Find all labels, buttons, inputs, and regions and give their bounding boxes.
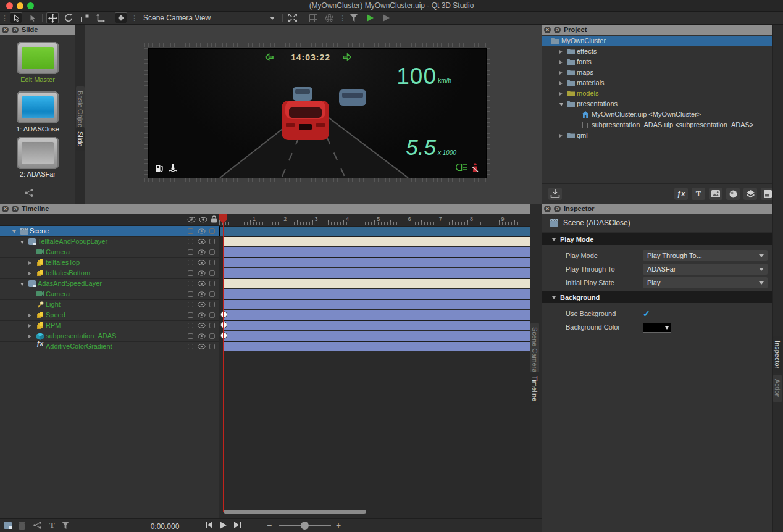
timeline-row[interactable]: Light bbox=[0, 299, 219, 310]
caret-down-icon[interactable] bbox=[559, 103, 563, 106]
select-tool-icon[interactable] bbox=[10, 12, 22, 23]
camera-view-dropdown[interactable]: Scene Camera View bbox=[140, 14, 278, 22]
timeline-row[interactable]: telltalesBottom bbox=[0, 268, 219, 279]
caret-right-icon[interactable] bbox=[559, 60, 563, 64]
lock-toggle-icon[interactable] bbox=[209, 281, 215, 286]
toolbar-grip-icon[interactable]: ⋮ bbox=[1, 14, 6, 22]
caret-down-icon[interactable] bbox=[20, 283, 24, 286]
slide-component-icon[interactable] bbox=[25, 189, 33, 198]
cluster-scene[interactable]: 14:03:22 100 km/h 5.5 x 1000 bbox=[148, 48, 487, 178]
caret-right-icon[interactable] bbox=[559, 92, 563, 96]
close-panel-icon[interactable]: ✕ bbox=[2, 206, 9, 212]
tab-inspector[interactable]: Inspector bbox=[773, 336, 782, 373]
shy-toggle-icon[interactable] bbox=[187, 217, 196, 224]
shy-toggle-icon[interactable] bbox=[188, 239, 193, 244]
caret-right-icon[interactable] bbox=[559, 50, 563, 54]
timeline-row[interactable]: Scene bbox=[0, 226, 219, 237]
visibility-toggle-icon[interactable] bbox=[198, 228, 206, 234]
slide-thumbnail[interactable] bbox=[17, 42, 59, 74]
keyframe-marker[interactable] bbox=[220, 332, 227, 339]
visibility-toggle-icon[interactable] bbox=[198, 333, 206, 339]
project-tree-item[interactable]: subpresentation_ADAS.uip <subpresentatio… bbox=[542, 120, 773, 130]
visibility-toggle-icon[interactable] bbox=[198, 249, 206, 255]
play-icon[interactable] bbox=[220, 522, 227, 529]
timeline-track-bar[interactable] bbox=[224, 247, 530, 257]
visibility-toggle-icon[interactable] bbox=[198, 281, 206, 286]
property-dropdown[interactable]: Play Through To... bbox=[643, 250, 768, 261]
lock-toggle-icon[interactable] bbox=[209, 333, 215, 339]
preview-play-icon[interactable] bbox=[364, 12, 376, 23]
caret-right-icon[interactable] bbox=[28, 335, 31, 338]
timeline-row[interactable]: TelltaleAndPopupLayer bbox=[0, 236, 219, 247]
slide-thumbnail[interactable] bbox=[17, 91, 59, 123]
make-component-icon[interactable] bbox=[33, 522, 41, 529]
shy-toggle-icon[interactable] bbox=[188, 228, 193, 234]
lock-toggle-icon[interactable] bbox=[209, 270, 215, 276]
caret-down-icon[interactable] bbox=[552, 296, 556, 299]
lock-toggle-icon[interactable] bbox=[209, 239, 215, 244]
tab-scene-camera[interactable]: Scene Camera bbox=[530, 323, 539, 376]
timeline-track-bar[interactable] bbox=[224, 299, 530, 309]
add-text-icon[interactable]: T bbox=[692, 188, 705, 200]
timeline-track-bar[interactable] bbox=[224, 278, 530, 288]
project-tree-item[interactable]: effects bbox=[542, 46, 773, 57]
project-tree-item[interactable]: qml bbox=[542, 130, 773, 141]
timeline-horizontal-scrollbar[interactable] bbox=[224, 510, 366, 514]
visibility-toggle-icon[interactable] bbox=[198, 239, 206, 244]
remote-preview-icon[interactable] bbox=[380, 12, 392, 23]
shading-mode-icon[interactable] bbox=[323, 12, 335, 23]
section-header-background[interactable]: Background bbox=[542, 291, 773, 303]
scene-viewport[interactable]: 14:03:22 100 km/h 5.5 x 1000 bbox=[85, 25, 542, 204]
timeline-row[interactable]: Camera bbox=[0, 289, 219, 300]
timeline-track-bar[interactable] bbox=[224, 257, 530, 267]
timeline-row[interactable]: AdasAndSpeedLayer bbox=[0, 278, 219, 289]
visibility-toggle-icon[interactable] bbox=[198, 323, 206, 328]
close-panel-icon[interactable]: ✕ bbox=[2, 27, 9, 33]
timeline-track-bar[interactable] bbox=[224, 341, 530, 351]
shy-toggle-icon[interactable] bbox=[188, 260, 193, 265]
zoom-in-icon[interactable]: + bbox=[336, 520, 341, 530]
visibility-toggle-icon[interactable] bbox=[198, 270, 206, 276]
section-header-play-mode[interactable]: Play Mode bbox=[542, 233, 773, 245]
shy-toggle-icon[interactable] bbox=[188, 344, 193, 349]
shy-toggle-icon[interactable] bbox=[188, 249, 193, 255]
property-dropdown[interactable]: Play bbox=[643, 277, 768, 288]
caret-right-icon[interactable] bbox=[559, 81, 563, 85]
project-tree-item[interactable]: MyOwnCluster bbox=[542, 36, 773, 46]
caret-down-icon[interactable] bbox=[552, 238, 556, 241]
keyframe-marker[interactable] bbox=[220, 311, 227, 318]
group-select-tool-icon[interactable] bbox=[26, 12, 38, 23]
filter-icon[interactable] bbox=[62, 522, 69, 529]
shy-toggle-icon[interactable] bbox=[188, 333, 193, 339]
caret-right-icon[interactable] bbox=[559, 71, 563, 75]
helper-grid-icon[interactable] bbox=[307, 12, 319, 23]
visibility-toggle-icon[interactable] bbox=[199, 217, 207, 224]
zoom-out-icon[interactable]: − bbox=[267, 520, 272, 530]
timeline-track-area[interactable] bbox=[219, 225, 530, 518]
timeline-track-bar[interactable] bbox=[224, 236, 530, 246]
shy-toggle-icon[interactable] bbox=[188, 291, 193, 297]
visibility-toggle-icon[interactable] bbox=[198, 291, 206, 297]
filter-variants-icon[interactable] bbox=[348, 12, 360, 23]
scale-tool-icon[interactable] bbox=[78, 12, 91, 23]
caret-down-icon[interactable] bbox=[20, 241, 24, 244]
go-to-start-icon[interactable] bbox=[206, 522, 212, 528]
global-local-axis-icon[interactable] bbox=[94, 12, 107, 23]
edit-text-icon[interactable]: T bbox=[49, 521, 55, 530]
fit-selected-icon[interactable] bbox=[287, 12, 299, 23]
timeline-track-bar[interactable] bbox=[219, 226, 558, 236]
visibility-toggle-icon[interactable] bbox=[198, 312, 206, 318]
undock-panel-icon[interactable]: ⊘ bbox=[12, 27, 19, 33]
slide-thumbnail[interactable] bbox=[17, 137, 59, 169]
shy-toggle-icon[interactable] bbox=[188, 270, 193, 276]
timeline-zoom-handle[interactable] bbox=[301, 522, 309, 530]
lock-toggle-icon[interactable] bbox=[209, 302, 215, 307]
rotate-tool-icon[interactable] bbox=[62, 12, 75, 23]
undock-panel-icon[interactable]: ⊘ bbox=[12, 206, 19, 212]
project-tree-item[interactable]: models bbox=[542, 88, 773, 99]
timeline-row[interactable]: ƒxAdditiveColorGradient bbox=[0, 341, 219, 352]
import-assets-icon[interactable] bbox=[548, 188, 562, 200]
timeline-row[interactable]: telltalesTop bbox=[0, 257, 219, 268]
keyframe-marker[interactable] bbox=[220, 322, 227, 328]
timeline-track-bar[interactable] bbox=[224, 268, 530, 278]
